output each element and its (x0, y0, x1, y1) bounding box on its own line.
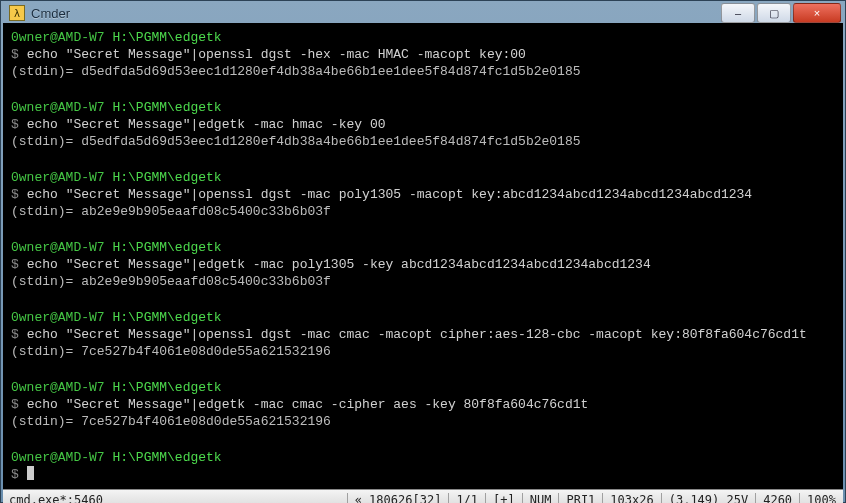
prompt-path: H:\PGMM\edgetk (112, 30, 221, 45)
prompt-path: H:\PGMM\edgetk (112, 170, 221, 185)
command-output: (stdin)= d5edfda5d69d53eec1d1280ef4db38a… (11, 134, 581, 149)
command-block: 0wner@AMD-W7 H:\PGMM\edgetk$ echo "Secre… (11, 239, 835, 290)
client-area: 0wner@AMD-W7 H:\PGMM\edgetk$ echo "Secre… (3, 23, 843, 503)
command-block: 0wner@AMD-W7 H:\PGMM\edgetk$ echo "Secre… (11, 99, 835, 150)
command-output: (stdin)= ab2e9e9b905eaafd08c5400c33b6b03… (11, 274, 331, 289)
prompt-user: 0wner@AMD-W7 (11, 170, 105, 185)
command-text: echo "Secret Message"|edgetk -mac hmac -… (27, 117, 386, 132)
status-item[interactable]: 1/1 (448, 493, 485, 504)
status-item[interactable]: [+] (485, 493, 522, 504)
command-text: echo "Secret Message"|openssl dgst -mac … (27, 327, 807, 342)
prompt-symbol: $ (11, 467, 19, 482)
terminal[interactable]: 0wner@AMD-W7 H:\PGMM\edgetk$ echo "Secre… (3, 23, 843, 489)
prompt-path: H:\PGMM\edgetk (112, 240, 221, 255)
prompt-symbol: $ (11, 117, 19, 132)
prompt-symbol: $ (11, 327, 19, 342)
command-output: (stdin)= ab2e9e9b905eaafd08c5400c33b6b03… (11, 204, 331, 219)
command-text: echo "Secret Message"|openssl dgst -hex … (27, 47, 526, 62)
status-bar: cmd.exe*:5460 « 180626[32]1/1[+]NUMPRI11… (3, 489, 843, 503)
prompt-symbol: $ (11, 397, 19, 412)
prompt-symbol: $ (11, 187, 19, 202)
prompt-user: 0wner@AMD-W7 (11, 310, 105, 325)
status-item[interactable]: 100% (799, 493, 843, 504)
prompt-user: 0wner@AMD-W7 (11, 450, 105, 465)
command-block: 0wner@AMD-W7 H:\PGMM\edgetk$ echo "Secre… (11, 379, 835, 430)
prompt-user: 0wner@AMD-W7 (11, 240, 105, 255)
status-item[interactable]: 4260 (755, 493, 799, 504)
prompt-path: H:\PGMM\edgetk (112, 450, 221, 465)
minimize-button[interactable]: – (721, 3, 755, 23)
window-controls: – ▢ × (721, 3, 841, 23)
status-item[interactable]: 103x26 (602, 493, 660, 504)
prompt-user: 0wner@AMD-W7 (11, 100, 105, 115)
command-block: 0wner@AMD-W7 H:\PGMM\edgetk$ echo "Secre… (11, 309, 835, 360)
status-left[interactable]: cmd.exe*:5460 (3, 493, 347, 504)
prompt-user: 0wner@AMD-W7 (11, 30, 105, 45)
status-item[interactable]: « 180626[32] (347, 493, 449, 504)
prompt-user: 0wner@AMD-W7 (11, 380, 105, 395)
close-button[interactable]: × (793, 3, 841, 23)
status-item[interactable]: PRI1 (558, 493, 602, 504)
command-text: echo "Secret Message"|edgetk -mac poly13… (27, 257, 651, 272)
status-right: « 180626[32]1/1[+]NUMPRI1103x26(3,149) 2… (347, 493, 843, 504)
command-text: echo "Secret Message"|openssl dgst -mac … (27, 187, 753, 202)
command-block: 0wner@AMD-W7 H:\PGMM\edgetk$ echo "Secre… (11, 29, 835, 80)
cmder-window: λ Cmder – ▢ × 0wner@AMD-W7 H:\PGMM\edget… (0, 0, 846, 503)
command-text: echo "Secret Message"|edgetk -mac cmac -… (27, 397, 589, 412)
titlebar[interactable]: λ Cmder – ▢ × (3, 3, 843, 23)
prompt-path: H:\PGMM\edgetk (112, 100, 221, 115)
prompt-path: H:\PGMM\edgetk (112, 310, 221, 325)
prompt-symbol: $ (11, 47, 19, 62)
cursor (27, 466, 34, 480)
command-block: 0wner@AMD-W7 H:\PGMM\edgetk$ echo "Secre… (11, 169, 835, 220)
command-output: (stdin)= 7ce527b4f4061e08d0de55a62153219… (11, 344, 331, 359)
prompt-path: H:\PGMM\edgetk (112, 380, 221, 395)
status-item[interactable]: NUM (522, 493, 559, 504)
lambda-icon: λ (14, 8, 20, 19)
window-title: Cmder (31, 6, 721, 21)
app-icon: λ (9, 5, 25, 21)
command-output: (stdin)= 7ce527b4f4061e08d0de55a62153219… (11, 414, 331, 429)
status-item[interactable]: (3,149) 25V (661, 493, 755, 504)
maximize-button[interactable]: ▢ (757, 3, 791, 23)
prompt-symbol: $ (11, 257, 19, 272)
command-output: (stdin)= d5edfda5d69d53eec1d1280ef4db38a… (11, 64, 581, 79)
